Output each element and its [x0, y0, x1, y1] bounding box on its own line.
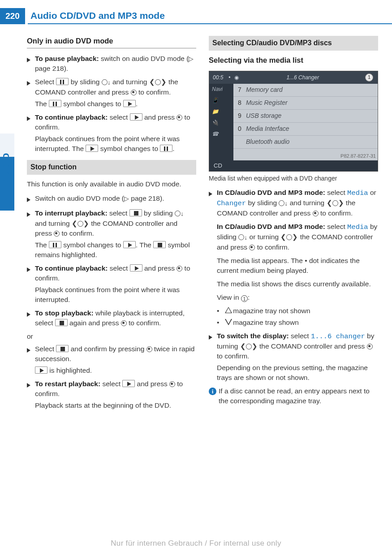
list-item: 0Media Interface	[233, 123, 378, 136]
sidebar-icon: 🔌	[209, 117, 233, 129]
stop-key-icon	[56, 345, 69, 352]
comand-screenshot: 00:5 • ◉ 1...6 Changer 1 Navi 📱 📁 🔌 ☎ 7M…	[209, 71, 378, 172]
txt: page 218).	[129, 194, 164, 202]
press-knob-icon	[313, 211, 319, 216]
txt: select	[289, 332, 311, 340]
txt: magazine tray shown	[231, 319, 299, 326]
bracket-left-icon: ❮	[240, 343, 246, 350]
txt: symbol changes to	[61, 100, 123, 108]
txt: by sliding	[69, 78, 101, 86]
txt: . The	[136, 241, 153, 249]
bracket-right-icon: ❯	[161, 78, 167, 86]
txt: Switch on audio DVD mode (	[35, 194, 124, 202]
txt: to confirm.	[319, 209, 353, 217]
txt: Depending on the previous setting, the m…	[217, 364, 368, 381]
mode-bold: In CD/audio DVD and MP3 mode:	[217, 223, 325, 230]
stop-key-icon	[55, 319, 68, 326]
txt: select	[100, 380, 122, 388]
press-knob-icon	[131, 90, 137, 95]
restart-bold: To restart playback:	[35, 380, 100, 388]
play-key-icon	[123, 241, 136, 248]
pause-key-icon	[49, 100, 61, 107]
step-continue-2: To continue playback: select and press t…	[27, 263, 196, 305]
step-pause: To pause playback: switch on audio DVD m…	[27, 54, 196, 73]
press-knob-icon	[367, 344, 373, 349]
txt: View in	[217, 293, 241, 301]
controller-ring-icon	[286, 234, 292, 240]
item-num: 9	[238, 112, 246, 121]
txt: symbol changes to	[61, 241, 123, 249]
step-stop-alt: Select and confirm by pressing twice in …	[27, 344, 196, 375]
txt: .	[136, 100, 138, 108]
item-label: Memory card	[246, 86, 283, 93]
txt: The	[35, 241, 49, 249]
continue-bold: To continue playback:	[35, 113, 108, 121]
step-marker-icon	[27, 212, 30, 217]
item-label: Bluetooth audio	[246, 138, 289, 145]
step-marker-icon	[27, 312, 30, 317]
play-key-icon	[130, 264, 142, 272]
pause-key-icon	[49, 241, 61, 248]
side-tab-label: Audio	[0, 142, 12, 195]
heading-selecting-discs: Selecting CD/audio DVD/MP3 discs	[209, 36, 378, 51]
txt: select	[108, 209, 129, 217]
list-item: 9USB storage	[233, 110, 378, 123]
footer-internal-use: Nur für internen Gebrauch / For internal…	[0, 539, 392, 548]
heading-media-list: Selecting via the media list	[209, 55, 378, 67]
step-marker-icon	[209, 192, 212, 196]
bracket-left-icon: ❮	[149, 78, 155, 86]
play-key-icon	[35, 366, 47, 374]
screenshot-time: 00:5	[209, 74, 227, 82]
txt: and press	[142, 264, 177, 272]
txt: select	[108, 264, 130, 272]
txt: and press	[142, 113, 177, 121]
play-key-icon	[122, 380, 135, 387]
pause-ref: page 218).	[35, 65, 68, 72]
step-marker-icon	[209, 335, 212, 340]
sidebar-icon: ☎	[209, 129, 233, 140]
page-header: 220 Audio CD/DVD and MP3 mode	[0, 8, 392, 24]
callout-1-icon: 1	[241, 295, 248, 302]
sidebar-icon: 📁	[209, 106, 233, 117]
interrupt-bold: To interrupt playback:	[35, 209, 108, 217]
step-interrupt: To interrupt playback: select by sliding…	[27, 208, 196, 260]
txt: and turning	[111, 78, 149, 86]
step-marker-icon	[27, 198, 30, 202]
txt: to confirm.	[137, 88, 171, 96]
ref-triangle-icon: ▷	[124, 195, 129, 202]
bracket-left-icon: ❮	[280, 233, 286, 241]
heading-only-dvd: Only in audio DVD mode	[27, 36, 196, 48]
step-switch-on: Switch on audio DVD mode (▷ page 218).	[27, 194, 196, 205]
bracket-right-icon: ❯	[338, 199, 344, 207]
page-number: 220	[0, 8, 25, 24]
screenshot-titlebar: 00:5 • ◉ 1...6 Changer 1	[209, 71, 378, 84]
sidebar-icon: 📱	[209, 95, 233, 106]
media-appears: The media list appears. The • dot indica…	[217, 256, 378, 276]
item-label: USB storage	[246, 112, 281, 119]
controller-ring-icon	[279, 200, 284, 206]
step-switch-display: To switch the display: select 1...6 chan…	[209, 331, 378, 383]
step-restart: To restart playback: select and press to…	[27, 379, 196, 410]
ref-triangle-icon: ▷	[189, 55, 194, 62]
step-select-pause: Select by sliding ↓ and turning ❮❯ the C…	[27, 77, 196, 109]
disc-icon: ◉	[233, 74, 241, 82]
info-icon: i	[209, 388, 216, 395]
txt: select	[325, 223, 347, 230]
media-shows: The media list shows the discs currently…	[217, 279, 378, 289]
bullet-tray-not-shown: • magazine tray not shown	[217, 306, 378, 316]
step-marker-icon	[27, 383, 30, 388]
ui-option-media: Media	[347, 189, 368, 197]
controller-ring-icon	[175, 211, 181, 216]
bullet-icon: •	[217, 306, 223, 316]
heading-stop-function: Stop function	[27, 160, 196, 175]
play-key-icon	[123, 100, 136, 107]
or-label: or	[27, 332, 196, 341]
list-item: 7Memory card	[233, 84, 378, 97]
txt: and turning	[35, 220, 72, 227]
pause-bold: To pause playback:	[35, 55, 99, 62]
txt: magazine tray not shown	[231, 307, 310, 315]
press-knob-icon	[54, 231, 60, 237]
txt: again and press	[68, 319, 121, 327]
step-continue: To continue playback: select and press t…	[27, 112, 196, 154]
txt: Select	[35, 78, 56, 86]
